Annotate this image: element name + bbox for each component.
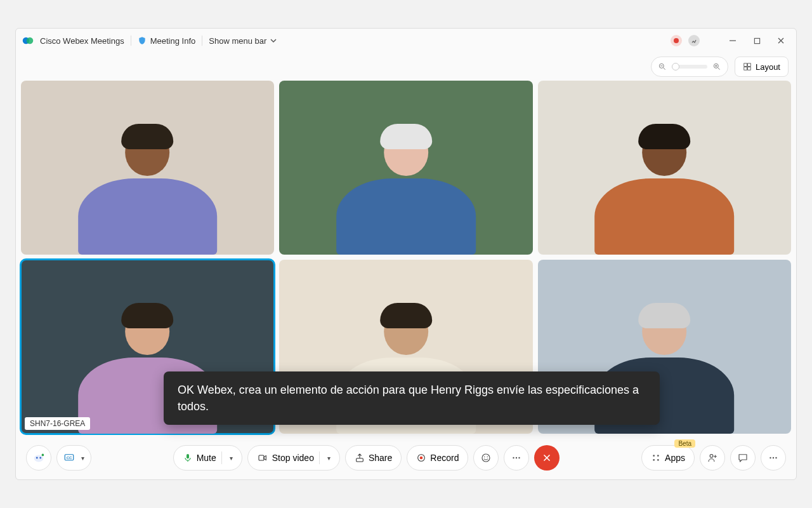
meeting-info-button[interactable]: Meeting Info xyxy=(138,36,196,46)
video-tile[interactable] xyxy=(538,81,791,255)
svg-point-31 xyxy=(519,457,520,458)
svg-point-27 xyxy=(484,457,485,458)
share-icon xyxy=(355,453,365,463)
svg-point-33 xyxy=(657,455,659,457)
zoom-in-icon xyxy=(712,62,721,71)
show-menu-label: Show menu bar xyxy=(209,36,266,46)
svg-point-36 xyxy=(710,455,713,458)
end-call-button[interactable] xyxy=(534,445,560,471)
record-icon xyxy=(416,453,426,463)
chevron-down-icon: ▾ xyxy=(230,455,233,462)
reactions-button[interactable] xyxy=(473,445,499,471)
svg-line-5 xyxy=(664,68,665,70)
mute-button[interactable]: Mute ▾ xyxy=(173,445,242,471)
svg-point-41 xyxy=(775,457,776,458)
svg-rect-11 xyxy=(744,64,747,67)
window-maximize-button[interactable] xyxy=(748,32,766,50)
beta-badge: Beta xyxy=(674,439,695,448)
stop-video-label: Stop video xyxy=(272,453,314,463)
svg-rect-12 xyxy=(748,64,751,67)
more-horizontal-icon xyxy=(768,452,779,464)
svg-point-15 xyxy=(34,455,44,462)
meeting-info-label: Meeting Info xyxy=(150,36,196,46)
separator xyxy=(202,36,202,46)
svg-line-8 xyxy=(718,68,720,70)
view-toolbar: Layout xyxy=(16,53,796,81)
shield-icon xyxy=(138,36,147,45)
participant-name-badge: SHN7-16-GREA xyxy=(25,417,90,430)
webex-logo-icon xyxy=(22,35,34,46)
svg-rect-22 xyxy=(259,455,264,460)
stop-video-button[interactable]: Stop video ▾ xyxy=(247,445,340,471)
svg-point-18 xyxy=(42,454,44,457)
panel-options-button[interactable] xyxy=(761,445,786,471)
svg-point-40 xyxy=(773,457,774,458)
svg-point-34 xyxy=(653,459,655,461)
apps-label: Apps xyxy=(665,453,685,463)
svg-rect-3 xyxy=(754,38,759,43)
svg-point-39 xyxy=(769,457,771,458)
meeting-controls: CC ▾ Mute ▾ Stop video ▾ Share Record xyxy=(16,436,796,479)
svg-point-30 xyxy=(516,457,517,458)
svg-rect-13 xyxy=(744,67,747,70)
mute-label: Mute xyxy=(197,453,216,463)
record-label: Record xyxy=(430,453,459,463)
svg-point-26 xyxy=(482,454,490,462)
voice-command-caption: OK Webex, crea un elemento de acción par… xyxy=(164,371,660,425)
window-minimize-button[interactable] xyxy=(724,32,742,50)
apps-grid-icon xyxy=(651,453,661,463)
svg-point-28 xyxy=(487,457,488,458)
zoom-out-icon xyxy=(658,62,667,71)
svg-rect-23 xyxy=(357,458,363,462)
zoom-slider[interactable] xyxy=(672,65,707,69)
layout-button[interactable]: Layout xyxy=(735,57,789,77)
video-icon xyxy=(257,453,268,463)
svg-point-16 xyxy=(36,457,38,459)
show-menu-button[interactable]: Show menu bar xyxy=(209,36,277,46)
zoom-control[interactable] xyxy=(651,57,728,77)
video-tile[interactable] xyxy=(21,81,274,255)
titlebar: Cisco Webex Meetings Meeting Info Show m… xyxy=(16,29,796,53)
participants-icon xyxy=(707,452,718,464)
svg-rect-21 xyxy=(187,454,189,458)
apps-button[interactable]: Apps Beta xyxy=(641,445,695,471)
captions-button[interactable]: CC ▾ xyxy=(56,445,91,471)
chevron-down-icon: ▾ xyxy=(327,455,331,462)
connection-indicator-icon xyxy=(688,35,700,46)
caption-text: OK Webex, crea un elemento de acción par… xyxy=(178,384,639,413)
chat-icon xyxy=(737,452,749,464)
grid-icon xyxy=(743,62,752,71)
record-button[interactable]: Record xyxy=(407,445,468,471)
participants-button[interactable] xyxy=(700,445,725,471)
separator xyxy=(131,36,131,46)
share-label: Share xyxy=(369,453,392,463)
svg-point-17 xyxy=(39,457,41,459)
chevron-down-icon: ▾ xyxy=(81,455,84,462)
more-horizontal-icon xyxy=(511,452,522,464)
svg-text:CC: CC xyxy=(67,456,72,460)
recording-indicator-icon xyxy=(671,35,682,46)
participant-video xyxy=(21,81,274,255)
window-close-button[interactable] xyxy=(772,32,790,50)
chevron-down-icon xyxy=(270,37,277,44)
video-tile[interactable] xyxy=(279,81,532,255)
app-window: Cisco Webex Meetings Meeting Info Show m… xyxy=(15,28,797,480)
participant-video xyxy=(279,81,532,255)
chat-button[interactable] xyxy=(730,445,756,471)
svg-point-32 xyxy=(653,455,655,457)
cc-icon: CC xyxy=(63,452,75,464)
svg-point-35 xyxy=(657,459,659,461)
mic-icon xyxy=(183,453,193,463)
webex-assistant-button[interactable] xyxy=(26,445,51,471)
layout-label: Layout xyxy=(756,62,780,72)
participant-video xyxy=(538,81,791,255)
svg-point-29 xyxy=(513,457,514,458)
svg-point-25 xyxy=(420,457,423,460)
emoji-icon xyxy=(480,452,492,464)
share-button[interactable]: Share xyxy=(345,445,402,471)
assistant-bot-icon xyxy=(32,451,46,465)
more-options-button[interactable] xyxy=(504,445,529,471)
app-title: Cisco Webex Meetings xyxy=(40,36,124,46)
close-icon xyxy=(541,452,553,464)
svg-point-1 xyxy=(27,37,34,44)
